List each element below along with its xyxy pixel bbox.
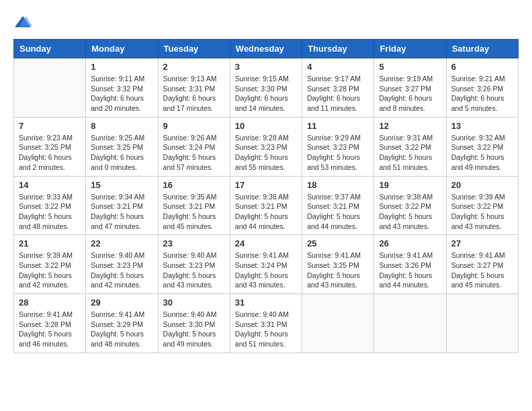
calendar-cell: [446, 294, 518, 353]
calendar-cell: 21Sunrise: 9:39 AMSunset: 3:22 PMDayligh…: [14, 235, 86, 294]
day-info: Sunrise: 9:40 AMSunset: 3:31 PMDaylight:…: [235, 310, 297, 349]
calendar-cell: 12Sunrise: 9:31 AMSunset: 3:22 PMDayligh…: [374, 117, 446, 176]
calendar-week-row: 7Sunrise: 9:23 AMSunset: 3:25 PMDaylight…: [14, 117, 519, 176]
day-number: 22: [91, 238, 152, 248]
day-info: Sunrise: 9:41 AMSunset: 3:26 PMDaylight:…: [379, 250, 441, 290]
calendar-cell: 28Sunrise: 9:41 AMSunset: 3:28 PMDayligh…: [14, 294, 86, 353]
calendar-cell: 10Sunrise: 9:28 AMSunset: 3:23 PMDayligh…: [230, 117, 302, 176]
calendar-cell: 16Sunrise: 9:35 AMSunset: 3:21 PMDayligh…: [158, 176, 230, 235]
day-number: 23: [163, 238, 225, 248]
day-number: 14: [19, 180, 81, 190]
calendar-cell: 3Sunrise: 9:15 AMSunset: 3:30 PMDaylight…: [230, 58, 302, 118]
day-info: Sunrise: 9:21 AMSunset: 3:26 PMDaylight:…: [451, 74, 513, 113]
calendar-cell: 17Sunrise: 9:36 AMSunset: 3:21 PMDayligh…: [230, 176, 302, 235]
calendar-table: SundayMondayTuesdayWednesdayThursdayFrid…: [13, 39, 519, 353]
logo-icon: [13, 13, 32, 32]
calendar-cell: 20Sunrise: 9:39 AMSunset: 3:22 PMDayligh…: [446, 176, 518, 235]
day-number: 9: [163, 121, 225, 131]
calendar-week-row: 21Sunrise: 9:39 AMSunset: 3:22 PMDayligh…: [14, 235, 519, 294]
calendar-cell: 24Sunrise: 9:41 AMSunset: 3:24 PMDayligh…: [230, 235, 302, 294]
calendar-cell: 15Sunrise: 9:34 AMSunset: 3:21 PMDayligh…: [86, 176, 158, 235]
day-info: Sunrise: 9:39 AMSunset: 3:22 PMDaylight:…: [451, 192, 513, 232]
calendar-cell: 19Sunrise: 9:38 AMSunset: 3:22 PMDayligh…: [374, 176, 446, 235]
day-number: 18: [307, 180, 369, 190]
day-number: 29: [91, 298, 152, 308]
day-number: 25: [307, 238, 369, 248]
calendar-cell: 7Sunrise: 9:23 AMSunset: 3:25 PMDaylight…: [14, 117, 86, 176]
day-number: 31: [235, 298, 297, 308]
day-number: 30: [163, 298, 225, 308]
calendar-cell: 13Sunrise: 9:32 AMSunset: 3:22 PMDayligh…: [446, 117, 518, 176]
calendar-cell: 1Sunrise: 9:11 AMSunset: 3:32 PMDaylight…: [86, 58, 158, 118]
day-info: Sunrise: 9:41 AMSunset: 3:25 PMDaylight:…: [307, 250, 369, 290]
day-info: Sunrise: 9:23 AMSunset: 3:25 PMDaylight:…: [19, 133, 81, 173]
day-number: 24: [235, 238, 297, 248]
day-number: 16: [163, 180, 225, 190]
calendar-cell: 27Sunrise: 9:41 AMSunset: 3:27 PMDayligh…: [446, 235, 518, 294]
day-number: 6: [451, 62, 513, 72]
calendar-cell: 6Sunrise: 9:21 AMSunset: 3:26 PMDaylight…: [446, 58, 518, 118]
day-info: Sunrise: 9:31 AMSunset: 3:22 PMDaylight:…: [379, 133, 441, 173]
day-info: Sunrise: 9:34 AMSunset: 3:21 PMDaylight:…: [91, 192, 152, 232]
day-info: Sunrise: 9:41 AMSunset: 3:27 PMDaylight:…: [451, 250, 513, 290]
day-info: Sunrise: 9:41 AMSunset: 3:28 PMDaylight:…: [19, 310, 81, 349]
day-info: Sunrise: 9:11 AMSunset: 3:32 PMDaylight:…: [91, 74, 152, 113]
calendar-day-header: Sunday: [14, 40, 86, 58]
day-number: 11: [307, 121, 369, 131]
day-number: 20: [451, 180, 513, 190]
day-number: 21: [19, 238, 81, 248]
calendar-day-header: Tuesday: [158, 40, 230, 58]
calendar-cell: 14Sunrise: 9:33 AMSunset: 3:22 PMDayligh…: [14, 176, 86, 235]
calendar-day-header: Friday: [374, 40, 446, 58]
day-info: Sunrise: 9:17 AMSunset: 3:28 PMDaylight:…: [307, 74, 369, 113]
calendar-cell: 11Sunrise: 9:29 AMSunset: 3:23 PMDayligh…: [302, 117, 374, 176]
calendar-week-row: 1Sunrise: 9:11 AMSunset: 3:32 PMDaylight…: [14, 58, 519, 118]
calendar-cell: [14, 58, 86, 118]
day-info: Sunrise: 9:33 AMSunset: 3:22 PMDaylight:…: [19, 192, 81, 232]
day-number: 19: [379, 180, 441, 190]
day-info: Sunrise: 9:26 AMSunset: 3:24 PMDaylight:…: [163, 133, 225, 173]
day-number: 3: [235, 62, 297, 72]
day-info: Sunrise: 9:15 AMSunset: 3:30 PMDaylight:…: [235, 74, 297, 113]
calendar-cell: 2Sunrise: 9:13 AMSunset: 3:31 PMDaylight…: [158, 58, 230, 118]
day-number: 7: [19, 121, 81, 131]
day-number: 13: [451, 121, 513, 131]
day-info: Sunrise: 9:28 AMSunset: 3:23 PMDaylight:…: [235, 133, 297, 173]
day-number: 5: [379, 62, 441, 72]
day-number: 4: [307, 62, 369, 72]
day-info: Sunrise: 9:40 AMSunset: 3:30 PMDaylight:…: [163, 310, 225, 349]
day-info: Sunrise: 9:13 AMSunset: 3:31 PMDaylight:…: [163, 74, 225, 113]
day-info: Sunrise: 9:40 AMSunset: 3:23 PMDaylight:…: [163, 250, 225, 290]
day-number: 26: [379, 238, 441, 248]
calendar-cell: 26Sunrise: 9:41 AMSunset: 3:26 PMDayligh…: [374, 235, 446, 294]
calendar-day-header: Monday: [86, 40, 158, 58]
calendar-cell: 31Sunrise: 9:40 AMSunset: 3:31 PMDayligh…: [230, 294, 302, 353]
day-info: Sunrise: 9:39 AMSunset: 3:22 PMDaylight:…: [19, 250, 81, 290]
day-number: 15: [91, 180, 152, 190]
day-info: Sunrise: 9:38 AMSunset: 3:22 PMDaylight:…: [379, 192, 441, 232]
calendar-cell: 5Sunrise: 9:19 AMSunset: 3:27 PMDaylight…: [374, 58, 446, 118]
day-number: 27: [451, 238, 513, 248]
calendar-cell: 18Sunrise: 9:37 AMSunset: 3:21 PMDayligh…: [302, 176, 374, 235]
day-info: Sunrise: 9:29 AMSunset: 3:23 PMDaylight:…: [307, 133, 369, 173]
day-number: 17: [235, 180, 297, 190]
calendar-cell: [374, 294, 446, 353]
day-info: Sunrise: 9:25 AMSunset: 3:25 PMDaylight:…: [91, 133, 152, 173]
day-info: Sunrise: 9:41 AMSunset: 3:29 PMDaylight:…: [91, 310, 152, 349]
calendar-day-header: Wednesday: [230, 40, 302, 58]
day-info: Sunrise: 9:35 AMSunset: 3:21 PMDaylight:…: [163, 192, 225, 232]
day-number: 1: [91, 62, 152, 72]
day-info: Sunrise: 9:41 AMSunset: 3:24 PMDaylight:…: [235, 250, 297, 290]
calendar-week-row: 14Sunrise: 9:33 AMSunset: 3:22 PMDayligh…: [14, 176, 519, 235]
day-info: Sunrise: 9:32 AMSunset: 3:22 PMDaylight:…: [451, 133, 513, 173]
calendar-cell: 8Sunrise: 9:25 AMSunset: 3:25 PMDaylight…: [86, 117, 158, 176]
calendar-cell: 25Sunrise: 9:41 AMSunset: 3:25 PMDayligh…: [302, 235, 374, 294]
calendar-cell: 29Sunrise: 9:41 AMSunset: 3:29 PMDayligh…: [86, 294, 158, 353]
day-number: 28: [19, 298, 81, 308]
calendar-header-row: SundayMondayTuesdayWednesdayThursdayFrid…: [14, 40, 519, 58]
calendar-cell: 30Sunrise: 9:40 AMSunset: 3:30 PMDayligh…: [158, 294, 230, 353]
day-info: Sunrise: 9:19 AMSunset: 3:27 PMDaylight:…: [379, 74, 441, 113]
day-number: 2: [163, 62, 225, 72]
logo: [13, 13, 35, 32]
calendar-cell: 9Sunrise: 9:26 AMSunset: 3:24 PMDaylight…: [158, 117, 230, 176]
